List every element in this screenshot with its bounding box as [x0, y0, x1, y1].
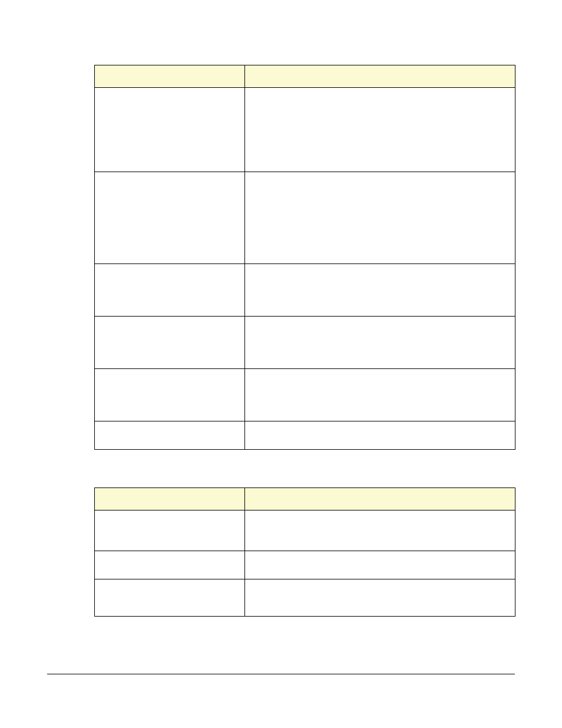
- table-row: [95, 172, 515, 264]
- table-row: [95, 421, 515, 450]
- table-1-header-1: [245, 65, 515, 88]
- table-row: [95, 264, 515, 317]
- table-1-header-0: [95, 65, 245, 88]
- table-2: [94, 487, 515, 617]
- table-2-cell-2-0: [95, 579, 245, 617]
- table-1-cell-0-0: [95, 88, 245, 172]
- table-1-cell-2-1: [245, 264, 515, 317]
- table-gap: [94, 450, 515, 487]
- table-row: [95, 317, 515, 369]
- table-2-cell-2-1: [245, 579, 515, 617]
- table-1-cell-5-1: [245, 421, 515, 450]
- table-row: [95, 510, 515, 551]
- table-2-cell-1-0: [95, 551, 245, 579]
- table-2-header-row: [95, 488, 515, 510]
- table-2-cell-1-1: [245, 551, 515, 579]
- table-1: [94, 65, 515, 450]
- table-row: [95, 88, 515, 172]
- table-1-cell-0-1: [245, 88, 515, 172]
- table-row: [95, 551, 515, 579]
- table-1-cell-4-1: [245, 369, 515, 421]
- table-2-cell-0-1: [245, 510, 515, 551]
- table-1-header-row: [95, 65, 515, 88]
- table-1-cell-5-0: [95, 421, 245, 450]
- table-1-cell-2-0: [95, 264, 245, 317]
- table-1-cell-4-0: [95, 369, 245, 421]
- table-row: [95, 579, 515, 617]
- table-1-cell-3-0: [95, 317, 245, 369]
- table-2-header-1: [245, 488, 515, 510]
- table-1-cell-1-1: [245, 172, 515, 264]
- table-1-cell-3-1: [245, 317, 515, 369]
- table-2-header-0: [95, 488, 245, 510]
- table-row: [95, 369, 515, 421]
- table-1-cell-1-0: [95, 172, 245, 264]
- footer-rule: [47, 674, 515, 674]
- table-2-cell-0-0: [95, 510, 245, 551]
